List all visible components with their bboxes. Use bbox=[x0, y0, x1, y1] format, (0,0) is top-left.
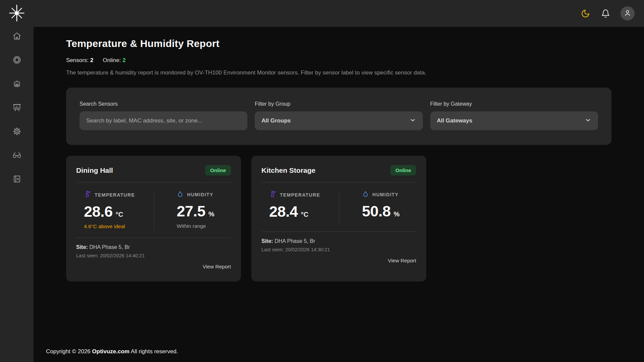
sidebar bbox=[0, 0, 34, 362]
humidity-value: 27.5 bbox=[177, 203, 206, 220]
moon-icon bbox=[581, 9, 590, 18]
site-line: Site: DHA Phase 5, Br bbox=[261, 238, 416, 244]
droplet-icon bbox=[177, 191, 184, 199]
droplet-icon bbox=[362, 191, 369, 199]
page-description: The temperature & humidity report is mon… bbox=[66, 69, 611, 76]
temperature-label: TEMPERATURE bbox=[95, 192, 135, 198]
humidity-unit: % bbox=[208, 210, 214, 218]
theme-toggle-button[interactable] bbox=[580, 8, 590, 18]
search-input[interactable] bbox=[80, 111, 247, 130]
sidebar-item-logs[interactable] bbox=[12, 174, 21, 184]
group-select[interactable]: All Groups bbox=[255, 111, 423, 130]
humidity-stat-head: HUMIDITY bbox=[362, 191, 416, 199]
humidity-label: HUMIDITY bbox=[187, 192, 213, 197]
group-select-value: All Groups bbox=[261, 117, 291, 124]
presentation-chart-icon bbox=[12, 103, 21, 112]
temperature-value-row: 28.6 °C bbox=[84, 203, 154, 220]
chevron-down-icon bbox=[585, 117, 591, 125]
divider bbox=[76, 238, 231, 238]
humidity-stat-head: HUMIDITY bbox=[177, 191, 231, 199]
disc-icon bbox=[12, 55, 21, 64]
online-label: Online: bbox=[103, 57, 121, 63]
user-icon bbox=[624, 9, 632, 18]
site-label: Site: bbox=[261, 238, 273, 244]
bell-icon bbox=[601, 9, 610, 18]
gateway-select[interactable]: All Gateways bbox=[430, 111, 598, 130]
gateway-select-value: All Gateways bbox=[437, 117, 473, 124]
sparkle-logo-icon bbox=[8, 4, 26, 23]
humidity-unit: % bbox=[394, 210, 400, 218]
sensor-name: Kitchen Storage bbox=[261, 166, 315, 174]
filter-gateway-column: Filter by Gateway All Gateways bbox=[430, 101, 598, 130]
footer-copyright: Copyright © 2026 Optivuze.com All rights… bbox=[46, 348, 178, 355]
online-count-group: Online: 2 bbox=[103, 57, 126, 63]
copyright-suffix: All rights reserved. bbox=[131, 348, 178, 355]
temperature-stat: TEMPERATURE 28.6 °C 4.6°C above ideal bbox=[76, 191, 154, 229]
view-report-link[interactable]: View Report bbox=[261, 258, 416, 264]
sidebar-item-monitoring[interactable] bbox=[12, 55, 21, 64]
sidebar-item-settings[interactable] bbox=[12, 127, 21, 136]
card-header: Dining Hall Online bbox=[76, 165, 231, 175]
sensor-stats: TEMPERATURE 28.6 °C 4.6°C above ideal HU… bbox=[76, 183, 231, 238]
humidity-stat: HUMIDITY 50.8 % bbox=[339, 191, 416, 223]
copyright-prefix: Copyright © 2026 bbox=[46, 348, 91, 355]
humidity-value-row: 50.8 % bbox=[362, 203, 416, 220]
site-value: DHA Phase 5, Br bbox=[89, 244, 130, 250]
search-sensors-column: Search Sensors bbox=[80, 101, 247, 130]
view-report-link[interactable]: View Report bbox=[76, 264, 231, 270]
main-content: Temperature & Humidity Report Sensors: 2… bbox=[34, 27, 644, 362]
notifications-button[interactable] bbox=[600, 8, 610, 18]
thermometer-icon bbox=[84, 191, 91, 199]
last-seen: Last seen: 20/02/2026 14:30:21 bbox=[261, 247, 416, 252]
humidity-label: HUMIDITY bbox=[373, 192, 399, 197]
sensors-count-group: Sensors: 2 bbox=[66, 57, 93, 63]
gear-icon bbox=[12, 127, 21, 136]
brand-link[interactable]: Optivuze.com bbox=[92, 348, 129, 355]
site-label: Site: bbox=[76, 244, 88, 250]
app-logo[interactable] bbox=[8, 4, 26, 23]
sensor-cards-row: Dining Hall Online TEMPERATURE 28.6 °C bbox=[66, 156, 611, 281]
site-value: DHA Phase 5, Br bbox=[275, 238, 315, 244]
humidity-stat: HUMIDITY 27.5 % Within range bbox=[154, 191, 231, 229]
temperature-value: 28.4 bbox=[269, 203, 298, 220]
sensor-stats: TEMPERATURE 28.4 °C HUMIDITY bbox=[261, 183, 416, 231]
status-badge: Online bbox=[390, 165, 416, 175]
sensor-card-kitchen-storage: Kitchen Storage Online TEMPERATURE 28.4 … bbox=[251, 156, 426, 281]
filter-panel: Search Sensors Filter by Group All Group… bbox=[66, 88, 611, 145]
temperature-unit: °C bbox=[301, 211, 308, 218]
glasses-icon bbox=[12, 151, 21, 160]
temperature-label: TEMPERATURE bbox=[280, 192, 320, 198]
sensors-label: Sensors: bbox=[66, 57, 89, 63]
robot-icon bbox=[12, 79, 21, 88]
search-sensors-label: Search Sensors bbox=[80, 101, 247, 107]
sensors-count-value: 2 bbox=[90, 57, 93, 63]
last-seen: Last seen: 20/02/2026 14:40:21 bbox=[76, 253, 231, 258]
humidity-status: Within range bbox=[177, 223, 231, 229]
temperature-stat: TEMPERATURE 28.4 °C bbox=[261, 191, 339, 223]
user-avatar[interactable] bbox=[621, 6, 635, 20]
home-icon bbox=[12, 32, 21, 41]
journal-icon bbox=[12, 174, 21, 184]
sidebar-item-home[interactable] bbox=[12, 32, 21, 41]
sidebar-nav bbox=[12, 32, 21, 184]
site-line: Site: DHA Phase 5, Br bbox=[76, 244, 231, 250]
chevron-down-icon bbox=[409, 117, 416, 125]
thermometer-icon bbox=[269, 191, 276, 199]
filter-group-column: Filter by Group All Groups bbox=[255, 101, 423, 130]
filter-group-label: Filter by Group bbox=[255, 101, 423, 107]
sensor-counts: Sensors: 2Online: 2 bbox=[66, 57, 611, 64]
temperature-unit: °C bbox=[116, 211, 123, 218]
sensor-name: Dining Hall bbox=[76, 166, 113, 174]
online-count-value: 2 bbox=[122, 57, 126, 63]
status-badge: Online bbox=[205, 165, 231, 175]
divider bbox=[261, 231, 416, 232]
sidebar-item-devices[interactable] bbox=[12, 79, 21, 88]
temperature-stat-head: TEMPERATURE bbox=[84, 191, 154, 199]
humidity-value-row: 27.5 % bbox=[177, 203, 231, 220]
temperature-stat-head: TEMPERATURE bbox=[269, 191, 339, 199]
temperature-value: 28.6 bbox=[84, 203, 113, 220]
sidebar-item-view[interactable] bbox=[12, 151, 21, 160]
sidebar-item-reports[interactable] bbox=[12, 103, 21, 112]
filter-gateway-label: Filter by Gateway bbox=[430, 101, 598, 107]
temperature-value-row: 28.4 °C bbox=[269, 203, 339, 220]
